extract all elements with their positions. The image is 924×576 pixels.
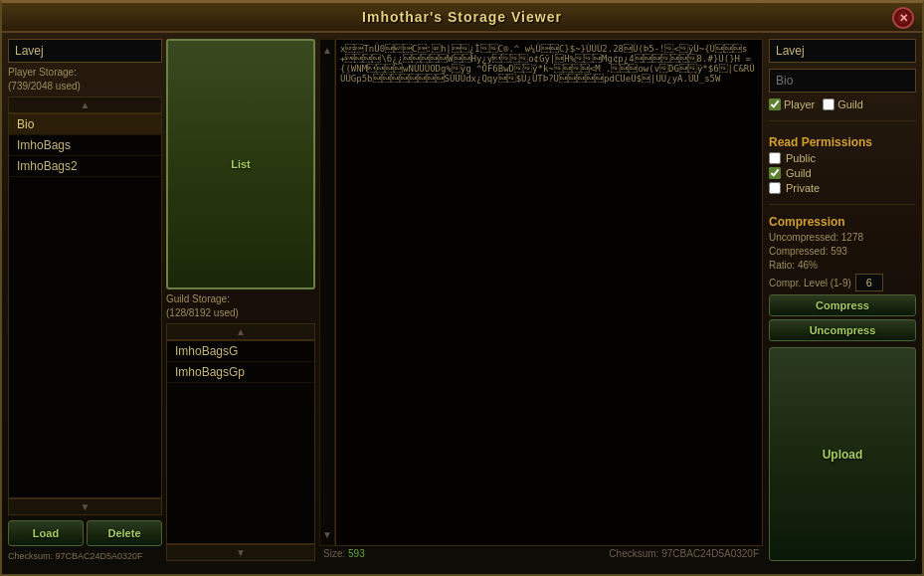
text-scroll-up[interactable]: ▲: [320, 42, 334, 59]
public-checkbox[interactable]: [769, 152, 781, 164]
list-item[interactable]: ImhoBagsGp: [167, 362, 314, 383]
compressed-value: 593: [831, 246, 847, 257]
list-item[interactable]: ImhoBags: [9, 135, 161, 156]
left-checksum: Checksum: 97CBAC24D5A0320F: [8, 551, 162, 561]
load-button[interactable]: Load: [8, 520, 84, 546]
guild-storage-label: Guild Storage:: [166, 293, 230, 304]
private-perm-option[interactable]: Private: [769, 182, 916, 194]
title-bar: Imhothar's Storage Viewer ✕: [2, 3, 922, 33]
char-name-input[interactable]: [769, 39, 916, 63]
guild-perm-option[interactable]: Guild: [769, 167, 916, 179]
player-checkbox[interactable]: [769, 98, 781, 110]
main-content: Player Storage: (739/2048 used) ▲ Bio Im…: [2, 33, 922, 567]
upload-button[interactable]: Upload: [769, 347, 916, 561]
comp-level-input[interactable]: [855, 274, 883, 291]
divider-2: [769, 204, 916, 205]
action-buttons: Load Delete: [8, 520, 162, 546]
ratio-value: 46%: [798, 260, 818, 271]
guild-checkbox[interactable]: [823, 98, 834, 110]
text-panel: ▲ ▼ xTnÛ0C: h| ¿Ì C®.^ w¼ÛC}$~}…: [319, 39, 763, 561]
text-scroll-down[interactable]: ▼: [320, 526, 334, 543]
list-item[interactable]: ImhoBags2: [9, 156, 161, 177]
guild-perm-checkbox[interactable]: [769, 167, 781, 179]
guild-checkbox-label[interactable]: Guild: [823, 98, 863, 110]
list-button[interactable]: List: [166, 39, 315, 289]
uncompressed-row: Uncompressed: 1278: [769, 232, 916, 243]
bio-input[interactable]: [769, 69, 916, 93]
guild-label: Guild: [837, 98, 863, 110]
scroll-down-arrow[interactable]: ▼: [8, 498, 162, 515]
size-label: Size: 593: [323, 548, 365, 559]
left-panel: Player Storage: (739/2048 used) ▲ Bio Im…: [8, 39, 162, 561]
list-item[interactable]: Bio: [9, 114, 161, 135]
guild-storage-info: Guild Storage: (128/8192 used): [166, 292, 315, 320]
public-perm-option[interactable]: Public: [769, 152, 916, 164]
comp-level-row: Compr. Level (1-9): [769, 274, 916, 291]
uncompressed-value: 1278: [841, 232, 863, 243]
compressed-row: Compressed: 593: [769, 246, 916, 257]
text-checksum: Checksum: 97CBAC24D5A0320F: [609, 548, 759, 559]
player-storage-label: Player Storage:: [8, 67, 77, 78]
comp-level-label: Compr. Level (1-9): [769, 278, 851, 288]
left-list-panel: Bio ImhoBags ImhoBags2: [8, 113, 162, 498]
middle-panel: List Guild Storage: (128/8192 used) ▲ Im…: [166, 39, 315, 561]
read-perms-title: Read Permissions: [769, 135, 916, 149]
list-item[interactable]: ImhoBagsG: [167, 341, 314, 362]
divider-1: [769, 120, 916, 121]
private-label: Private: [786, 182, 820, 194]
read-perms-section: Read Permissions Public Guild Private: [769, 131, 916, 194]
player-storage-info: Player Storage: (739/2048 used): [8, 66, 162, 94]
ratio-row: Ratio: 46%: [769, 260, 916, 271]
character-input[interactable]: [8, 39, 162, 63]
delete-button[interactable]: Delete: [87, 520, 162, 546]
private-checkbox[interactable]: [769, 182, 781, 194]
player-label: Player: [784, 98, 815, 110]
scroll-up-arrow[interactable]: ▲: [8, 96, 162, 113]
player-checkbox-label[interactable]: Player: [769, 98, 815, 110]
left-list-wrapper: ▲ Bio ImhoBags ImhoBags2 ▼: [8, 96, 162, 515]
right-panel: Player Guild Read Permissions Public Gui…: [767, 39, 916, 561]
size-value: 593: [348, 548, 365, 559]
guild-scroll-down[interactable]: ▼: [166, 544, 315, 561]
player-storage-value: (739/2048 used): [8, 81, 81, 92]
public-label: Public: [786, 152, 816, 164]
uncompress-button[interactable]: Uncompress: [769, 319, 916, 341]
storage-type-checkboxes: Player Guild: [769, 98, 916, 110]
compression-title: Compression: [769, 215, 916, 229]
main-window: Imhothar's Storage Viewer ✕ Player Stora…: [0, 0, 924, 576]
text-scroll-bar[interactable]: ▲ ▼: [319, 39, 335, 546]
guild-perm-label: Guild: [786, 167, 812, 179]
text-footer: Size: 593 Checksum: 97CBAC24D5A0320F: [319, 546, 763, 561]
close-button[interactable]: ✕: [892, 7, 914, 29]
middle-list-wrapper: ▲ ImhoBagsG ImhoBagsGp ▼: [166, 323, 315, 562]
content-textarea[interactable]: xTnÛ0C: h| ¿Ì C®.^ w¼ÛC}$~}ÙÙÙ2…: [335, 39, 763, 546]
guild-storage-value: (128/8192 used): [166, 307, 239, 318]
compression-section: Compression Uncompressed: 1278 Compresse…: [769, 215, 916, 341]
guild-scroll-up[interactable]: ▲: [166, 323, 315, 340]
guild-list-panel: ImhoBagsG ImhoBagsGp: [166, 340, 315, 545]
compress-button[interactable]: Compress: [769, 294, 916, 316]
window-title: Imhothar's Storage Viewer: [362, 9, 562, 25]
